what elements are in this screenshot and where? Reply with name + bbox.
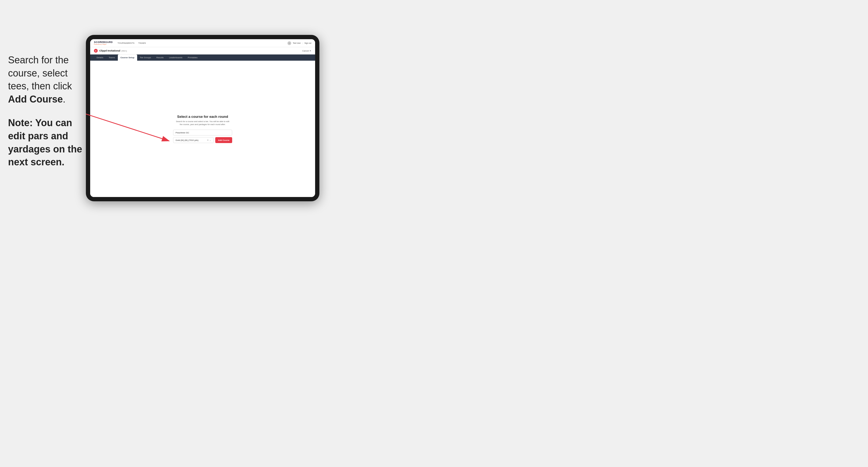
tab-details[interactable]: Details xyxy=(94,55,106,61)
tab-results[interactable]: Results xyxy=(154,55,166,61)
user-area: U Test User | Sign out xyxy=(287,41,311,45)
tablet-frame: SCOREBOARD Powered by clippd TOURNAMENTS… xyxy=(86,35,319,201)
tournament-header: C Clippd Invitational (Men) Cancel ✕ xyxy=(90,47,315,55)
tournament-title: Clippd Invitational xyxy=(99,50,120,52)
logo-text: SCOREBOARD xyxy=(94,41,113,43)
nav-links: TOURNAMENTS TEAMS xyxy=(118,42,287,44)
tee-select-row: Gold (M) (M) (7010 yds) ✕ ⌄ Add Course xyxy=(173,137,232,143)
tab-course-setup[interactable]: Course Setup xyxy=(118,55,137,61)
tee-select-value: Gold (M) (M) (7010 yds) xyxy=(176,139,198,142)
top-nav: SCOREBOARD Powered by clippd TOURNAMENTS… xyxy=(90,39,315,47)
add-course-button[interactable]: Add Course xyxy=(215,137,232,143)
main-content: Select a course for each round Search fo… xyxy=(90,61,315,197)
tablet-screen: SCOREBOARD Powered by clippd TOURNAMENTS… xyxy=(90,39,315,197)
logo-sub: Powered by clippd xyxy=(94,43,113,45)
instruction-bold: Add Course xyxy=(8,94,63,105)
section-title: Select a course for each round xyxy=(177,115,228,119)
username: Test User xyxy=(293,42,301,44)
course-search-input[interactable] xyxy=(173,130,232,135)
tab-teams[interactable]: Teams xyxy=(106,55,118,61)
instruction-note: Note: You can edit pars and yardages on … xyxy=(8,117,82,167)
signout-link[interactable]: Sign out xyxy=(304,42,311,44)
instruction-text-2: Note: You can edit pars and yardages on … xyxy=(8,117,86,168)
tournament-subtitle: (Men) xyxy=(121,50,127,52)
tee-select-dropdown[interactable]: Gold (M) (M) (7010 yds) ✕ ⌄ xyxy=(173,137,214,143)
instruction-text-1: Search for the course, select tees, then… xyxy=(8,54,86,106)
nav-tournaments[interactable]: TOURNAMENTS xyxy=(118,42,134,44)
avatar: U xyxy=(287,41,291,45)
section-desc: Search for a course and select a tee. Yo… xyxy=(176,120,229,126)
tab-tee-groups[interactable]: Tee Groups xyxy=(137,55,154,61)
cancel-button[interactable]: Cancel ✕ xyxy=(302,50,311,52)
tournament-icon: C xyxy=(94,49,98,53)
tab-leaderboards[interactable]: Leaderboards xyxy=(166,55,185,61)
tab-bar: Details Teams Course Setup Tee Groups Re… xyxy=(90,55,315,61)
logo-area: SCOREBOARD Powered by clippd xyxy=(94,41,113,45)
instructions-panel: Search for the course, select tees, then… xyxy=(8,54,86,180)
tee-select-icons: ✕ ⌄ xyxy=(207,139,211,142)
nav-teams[interactable]: TEAMS xyxy=(138,42,146,44)
separator: | xyxy=(302,42,303,44)
tab-printables[interactable]: Printables xyxy=(185,55,200,61)
